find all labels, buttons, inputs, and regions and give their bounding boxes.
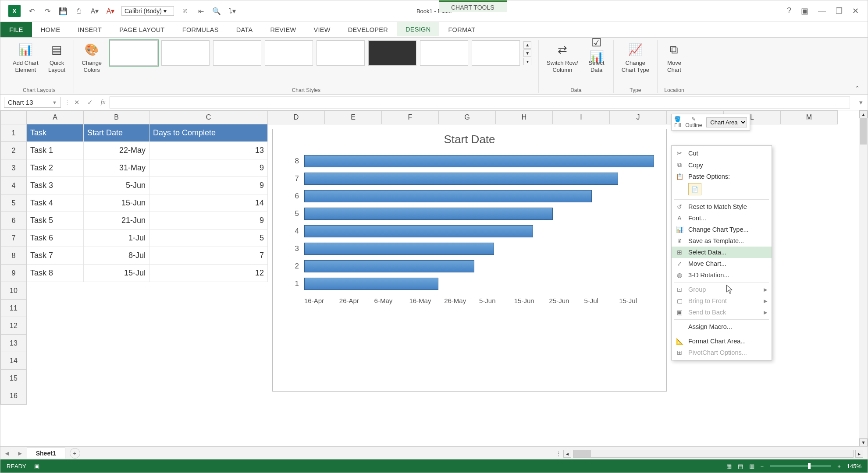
- column-header-D[interactable]: D: [268, 110, 325, 124]
- select-data-button[interactable]: ☑📊 Select Data: [586, 40, 607, 75]
- ctx-paste-button[interactable]: 📄: [688, 183, 701, 195]
- cell-C2[interactable]: 13: [149, 142, 268, 159]
- decrease-decimal-button[interactable]: ⇤: [196, 6, 206, 16]
- scroll-right-icon[interactable]: ►: [855, 450, 863, 458]
- tab-format[interactable]: FORMAT: [439, 22, 484, 37]
- sheet-nav-next-icon[interactable]: ►: [14, 450, 27, 457]
- tab-home[interactable]: HOME: [32, 22, 69, 37]
- cell-B5[interactable]: 15-Jun: [84, 194, 149, 212]
- column-header-F[interactable]: F: [382, 110, 439, 124]
- column-header-E[interactable]: E: [325, 110, 382, 124]
- cell-A6[interactable]: Task 5: [27, 212, 84, 229]
- row-header-8[interactable]: 8: [0, 247, 27, 265]
- cell-C7[interactable]: 5: [149, 229, 268, 247]
- ctx-move-chart[interactable]: ⤢Move Chart...: [672, 258, 772, 269]
- help-icon[interactable]: ?: [787, 6, 791, 16]
- select-all-corner[interactable]: [0, 110, 27, 124]
- ctx-copy[interactable]: ⧉Copy: [672, 159, 772, 171]
- view-normal-icon[interactable]: ▦: [726, 463, 732, 469]
- row-header-7[interactable]: 7: [0, 229, 27, 247]
- insert-function-icon[interactable]: fx: [96, 99, 110, 106]
- undo-button[interactable]: ↶: [27, 6, 36, 16]
- cell-B9[interactable]: 15-Jul: [84, 265, 149, 282]
- chart-element-selector[interactable]: Chart Area: [706, 117, 747, 127]
- view-page-break-icon[interactable]: ▥: [749, 463, 754, 469]
- collapse-ribbon-icon[interactable]: ⌃: [851, 83, 863, 93]
- chart-style-1[interactable]: [110, 40, 158, 66]
- add-chart-element-button[interactable]: 📊 Add Chart Element: [11, 40, 40, 75]
- row-header-2[interactable]: 2: [0, 142, 27, 159]
- formula-input[interactable]: [110, 96, 850, 109]
- cell-B7[interactable]: 1-Jul: [84, 229, 149, 247]
- minimize-icon[interactable]: —: [818, 6, 826, 16]
- change-colors-button[interactable]: 🎨 Change Colors: [80, 40, 104, 75]
- tab-developer[interactable]: DEVELOPER: [339, 22, 397, 37]
- change-chart-type-button[interactable]: 📈 Change Chart Type: [620, 40, 651, 75]
- cell-B4[interactable]: 5-Jun: [84, 177, 149, 194]
- tab-review[interactable]: REVIEW: [261, 22, 305, 37]
- cell-C9[interactable]: 12: [149, 265, 268, 282]
- enter-formula-icon[interactable]: ✓: [83, 99, 96, 106]
- chart-style-7[interactable]: [420, 40, 468, 66]
- chart-style-2[interactable]: [161, 40, 210, 66]
- cell-C4[interactable]: 9: [149, 177, 268, 194]
- cell-A5[interactable]: Task 4: [27, 194, 84, 212]
- name-box[interactable]: Chart 13▼: [4, 97, 61, 108]
- ctx-save-as-template[interactable]: 🗎Save as Template...: [672, 235, 772, 247]
- cancel-formula-icon[interactable]: ✕: [70, 99, 83, 106]
- chart-title[interactable]: Start Date: [273, 129, 666, 148]
- macro-record-icon[interactable]: ▣: [34, 463, 39, 469]
- cell-B3[interactable]: 31-May: [84, 159, 149, 177]
- scroll-left-icon[interactable]: ◄: [563, 450, 571, 458]
- cell-A3[interactable]: Task 2: [27, 159, 84, 177]
- embedded-chart[interactable]: Start Date 87654321 16-Apr26-Apr6-May16-…: [272, 129, 667, 392]
- move-chart-button[interactable]: ⧉ Move Chart: [664, 40, 685, 75]
- column-header-G[interactable]: G: [439, 110, 496, 124]
- zoom-button[interactable]: 🔍: [212, 6, 221, 16]
- restore-icon[interactable]: ❐: [836, 6, 843, 16]
- qat-customize-button[interactable]: ⤵▾: [228, 6, 237, 16]
- row-header-13[interactable]: 13: [0, 335, 27, 352]
- cell-B1[interactable]: Start Date: [84, 124, 149, 142]
- row-header-12[interactable]: 12: [0, 317, 27, 335]
- cell-A8[interactable]: Task 7: [27, 247, 84, 265]
- row-header-9[interactable]: 9: [0, 265, 27, 282]
- tab-data[interactable]: DATA: [228, 22, 262, 37]
- column-header-A[interactable]: A: [27, 110, 84, 124]
- zoom-level[interactable]: 145%: [847, 463, 861, 469]
- chart-bar-7[interactable]: 7: [294, 170, 654, 187]
- tab-view[interactable]: VIEW: [305, 22, 339, 37]
- ctx-3d-rotation[interactable]: ◍3-D Rotation...: [672, 269, 772, 281]
- column-header-I[interactable]: I: [553, 110, 610, 124]
- close-icon[interactable]: ✕: [852, 6, 859, 16]
- chart-x-axis[interactable]: 16-Apr26-Apr6-May16-May26-May5-Jun15-Jun…: [294, 297, 654, 304]
- ctx-cut[interactable]: ✂Cut: [672, 148, 772, 159]
- view-page-layout-icon[interactable]: ▤: [738, 463, 743, 469]
- cell-C8[interactable]: 7: [149, 247, 268, 265]
- chart-bar-1[interactable]: 1: [294, 275, 654, 293]
- gallery-more-icon[interactable]: ▾: [523, 58, 531, 65]
- cell-B8[interactable]: 8-Jul: [84, 247, 149, 265]
- chart-style-8[interactable]: [472, 40, 520, 66]
- row-header-11[interactable]: 11: [0, 300, 27, 317]
- cell-A2[interactable]: Task 1: [27, 142, 84, 159]
- horizontal-scrollbar[interactable]: ⋮ ◄ ►: [555, 450, 863, 458]
- row-header-6[interactable]: 6: [0, 212, 27, 229]
- new-sheet-button[interactable]: +: [70, 448, 80, 459]
- row-header-14[interactable]: 14: [0, 352, 27, 370]
- cell-A1[interactable]: Task: [27, 124, 84, 142]
- row-header-4[interactable]: 4: [0, 177, 27, 194]
- gallery-down-icon[interactable]: ▼: [523, 49, 531, 57]
- gallery-up-icon[interactable]: ▲: [523, 41, 531, 49]
- sheet-nav-prev-icon[interactable]: ◄: [0, 450, 14, 457]
- column-header-H[interactable]: H: [496, 110, 553, 124]
- shape-fill-button[interactable]: 🪣 Fill: [674, 116, 681, 128]
- row-header-16[interactable]: 16: [0, 387, 27, 405]
- chart-style-6[interactable]: [368, 40, 416, 66]
- ctx-reset-style[interactable]: ↺Reset to Match Style: [672, 201, 772, 212]
- cell-B2[interactable]: 22-May: [84, 142, 149, 159]
- chart-bar-8[interactable]: 8: [294, 152, 654, 170]
- column-header-J[interactable]: J: [610, 110, 667, 124]
- column-header-C[interactable]: C: [149, 110, 268, 124]
- font-size-button[interactable]: A▾: [90, 6, 100, 16]
